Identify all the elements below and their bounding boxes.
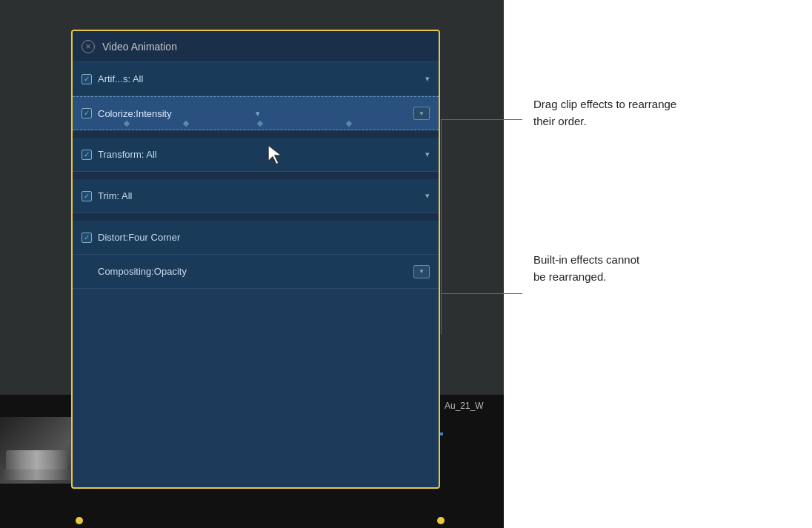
checkbox-area-colorize[interactable] (81, 108, 92, 118)
dropdown-transform[interactable]: ▾ (425, 150, 430, 159)
keyframe-dot-1 (124, 121, 130, 127)
annotation-1: Drag clip effects to rearrange their ord… (533, 96, 696, 130)
effect-row-distort: Distort:Four Corner (73, 221, 439, 255)
effect-row-compositing: Compositing:Opacity (73, 255, 439, 289)
annotation-line-1-h (441, 119, 522, 120)
dropdown-colorize[interactable]: ▾ (256, 109, 260, 118)
panel-title: Video Animation (102, 41, 177, 53)
annotation-2-text: Built-in effects cannotbe rearranged. (533, 252, 696, 285)
annotation-2: Built-in effects cannotbe rearranged. (533, 252, 696, 285)
effect-name-compositing: Compositing:Opacity (98, 266, 256, 277)
effect-name-artifacts: Artif...s: All (98, 73, 421, 84)
video-animation-panel: Video Animation Artif...s: All ▾ Coloriz… (71, 30, 440, 489)
timeline-marker-right (437, 517, 445, 524)
spacer-2 (73, 172, 439, 179)
keyframe-dot-2 (183, 121, 189, 127)
keyframe-dot-4 (346, 121, 352, 127)
clip-label-right: Au_21_W (445, 401, 484, 411)
dropdown-trim[interactable]: ▾ (425, 191, 430, 201)
dropdown-artifacts[interactable]: ▾ (425, 74, 430, 84)
annotation-1-text: Drag clip effects to rearrange their ord… (533, 96, 696, 130)
spacer-3 (73, 213, 439, 221)
effect-row-trim: Trim: All ▾ (73, 179, 439, 213)
checkbox-area-distort[interactable] (81, 233, 92, 243)
effect-row-artifacts: Artif...s: All ▾ (73, 62, 439, 96)
checkbox-trim[interactable] (81, 191, 92, 201)
keyframe-dot-3 (257, 121, 263, 127)
checkbox-area-trim[interactable] (81, 191, 92, 201)
checkbox-area-transform[interactable] (81, 150, 92, 160)
expand-btn-compositing[interactable] (413, 265, 430, 278)
checkbox-distort[interactable] (81, 233, 92, 243)
effect-name-transform: Transform: All (98, 149, 421, 160)
checkbox-colorize[interactable] (81, 108, 92, 118)
effect-name-colorize: Colorize:Intensity (98, 108, 251, 119)
annotation-line-2-h (441, 293, 522, 294)
effect-row-colorize-wrapper: Colorize:Intensity ▾ (73, 96, 439, 130)
checkbox-transform[interactable] (81, 150, 92, 160)
effect-name-trim: Trim: All (98, 190, 421, 201)
panel-close-button[interactable] (81, 40, 95, 53)
panel-header: Video Animation (73, 31, 439, 62)
keyframe-row (95, 120, 402, 127)
checkbox-artifacts[interactable] (81, 74, 92, 84)
checkbox-area-artifacts[interactable] (81, 74, 92, 84)
thumb-small-left (0, 417, 74, 484)
effect-row-transform: Transform: All ▾ (73, 138, 439, 172)
annotation-line-2-v (441, 253, 442, 334)
effect-name-distort: Distort:Four Corner (98, 232, 430, 243)
expand-btn-colorize[interactable] (413, 107, 430, 120)
annotation-line-1-v (441, 119, 442, 253)
spacer-1 (73, 130, 439, 138)
timeline-marker-left (76, 517, 83, 524)
